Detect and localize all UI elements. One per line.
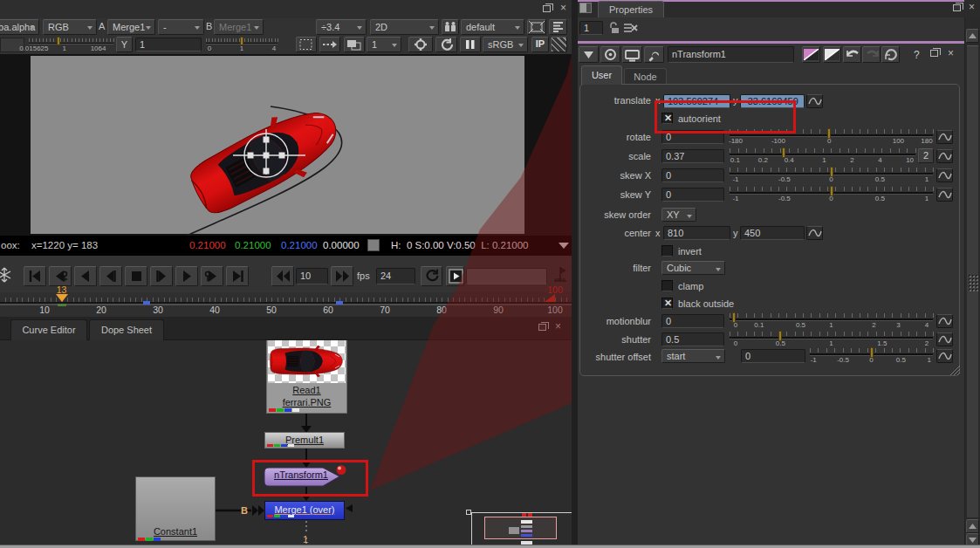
- fps-input[interactable]: 24: [376, 268, 415, 284]
- node-name-input[interactable]: nTransform1: [668, 46, 794, 63]
- input-process-button[interactable]: IP: [531, 37, 549, 52]
- graph-float-icon[interactable]: [538, 324, 546, 331]
- tab-user[interactable]: User: [581, 65, 622, 85]
- help-button[interactable]: ?: [914, 49, 920, 61]
- play-backward-button[interactable]: [74, 266, 97, 286]
- node-panel-float-icon[interactable]: [930, 50, 938, 57]
- wrench-button[interactable]: [644, 46, 664, 63]
- skew-y-slider[interactable]: -1-0.500.51: [730, 187, 933, 202]
- view-mode-dropdown[interactable]: 2D: [370, 19, 439, 35]
- float-panel-icon[interactable]: [543, 5, 551, 12]
- skew-y-input[interactable]: 0: [661, 188, 724, 202]
- stereo-camera-button[interactable]: [442, 19, 459, 35]
- node-read1[interactable]: Read1ferrari.PNG: [266, 340, 347, 414]
- node-graph[interactable]: Read1ferrari.PNGPremult1 nTransform1Merg…: [0, 340, 572, 545]
- node-merge1[interactable]: Merge1 (over): [264, 501, 345, 520]
- goto-start-button[interactable]: [24, 266, 46, 286]
- roi-button[interactable]: [296, 37, 317, 52]
- tab-curve-editor[interactable]: Curve Editor: [10, 319, 87, 340]
- refresh-button[interactable]: [435, 37, 457, 52]
- scale-input[interactable]: 0.37: [661, 149, 724, 163]
- pane-divider[interactable]: [572, 0, 578, 548]
- flipbook-button[interactable]: [446, 266, 464, 286]
- stop-button[interactable]: [125, 266, 147, 286]
- shutter-input[interactable]: 0.5: [661, 332, 724, 346]
- translate-anim-button[interactable]: [806, 94, 823, 108]
- shutter-offset-dropdown[interactable]: start: [661, 349, 725, 363]
- resize-grip[interactable]: [949, 365, 961, 375]
- play-forward-key-button[interactable]: [201, 266, 223, 286]
- skew-x-input[interactable]: 0: [661, 168, 724, 182]
- channel-mask-dropdown[interactable]: gba.alpha: [0, 19, 39, 35]
- play-button[interactable]: [175, 266, 198, 286]
- close-panel-icon[interactable]: ×: [560, 3, 566, 13]
- collapse-button[interactable]: [579, 46, 599, 63]
- step-back-button[interactable]: [99, 266, 122, 286]
- skew-order-dropdown[interactable]: XY: [661, 208, 696, 222]
- downrez-dropdown[interactable]: 1: [367, 37, 401, 52]
- properties-float-icon[interactable]: [953, 4, 961, 11]
- overlay-button[interactable]: [344, 37, 365, 52]
- stereo-view-dropdown[interactable]: default: [461, 19, 524, 35]
- gamma-input[interactable]: 1: [135, 38, 202, 51]
- skew-y-anim-button[interactable]: [936, 188, 953, 202]
- center-x-input[interactable]: 810: [663, 226, 730, 240]
- rotate-anim-button[interactable]: [936, 130, 953, 144]
- pixel-analyzer-button[interactable]: [408, 37, 433, 52]
- lock-icon[interactable]: [609, 22, 620, 34]
- tab-node[interactable]: Node: [624, 68, 667, 85]
- vertical-scrollbar[interactable]: [964, 17, 980, 548]
- motionblur-slider[interactable]: 00.10.51234: [730, 313, 933, 329]
- scrollbar-up-button-2[interactable]: [966, 519, 979, 533]
- frame-increment-input[interactable]: 10: [296, 268, 328, 284]
- display-channels-dropdown[interactable]: RGB: [43, 19, 97, 35]
- gl-color-swatch[interactable]: [823, 46, 841, 63]
- node-constant1[interactable]: Constant1: [135, 476, 216, 541]
- shutter-anim-button[interactable]: [936, 332, 953, 346]
- frame-increment-button[interactable]: [331, 266, 353, 286]
- viewer-gamma-slider[interactable]: 014: [206, 37, 278, 52]
- viewer-gain-slider[interactable]: 0.01562511064: [29, 37, 113, 52]
- skew-x-anim-button[interactable]: [936, 168, 953, 182]
- black-outside-checkbox[interactable]: ✕: [661, 298, 673, 309]
- shutter-offset-input[interactable]: 0: [741, 349, 805, 363]
- center-y-input[interactable]: 450: [740, 226, 805, 240]
- a-input-dropdown[interactable]: Merge1: [107, 19, 155, 35]
- redo-button[interactable]: [862, 46, 881, 63]
- zoom-level-dropdown[interactable]: ÷3.4: [316, 19, 367, 35]
- invert-checkbox[interactable]: [661, 245, 673, 257]
- revert-button[interactable]: [881, 46, 900, 63]
- scrollbar-up-button[interactable]: [966, 29, 979, 43]
- tab-properties[interactable]: Properties: [598, 1, 664, 17]
- play-backward-key-button[interactable]: [49, 266, 72, 286]
- layer-list-button[interactable]: [549, 19, 567, 35]
- clamp-checkbox[interactable]: [661, 280, 673, 291]
- graph-close-icon[interactable]: ×: [555, 321, 561, 332]
- tab-dope-sheet[interactable]: Dope Sheet: [89, 319, 164, 340]
- panel-count-input[interactable]: 1: [579, 21, 603, 35]
- gamma-button[interactable]: Y: [116, 37, 133, 52]
- filter-dropdown[interactable]: Cubic: [661, 261, 725, 275]
- undo-button[interactable]: [843, 46, 861, 63]
- motionblur-anim-button[interactable]: [936, 314, 953, 328]
- scale-dim-button[interactable]: 2: [918, 148, 934, 163]
- node-panel-close-icon[interactable]: ×: [948, 48, 954, 58]
- scale-anim-button[interactable]: [936, 149, 953, 163]
- node-premult1[interactable]: Premult1: [264, 432, 345, 449]
- shutter-slider[interactable]: 00.511.52: [730, 332, 933, 347]
- skew-x-slider[interactable]: -1-0.500.51: [730, 168, 933, 183]
- viewer-attach-button[interactable]: [622, 46, 642, 63]
- focus-button[interactable]: [600, 46, 620, 63]
- a-sub-dropdown[interactable]: -: [158, 19, 204, 35]
- loop-button[interactable]: [421, 266, 442, 286]
- pause-button[interactable]: [460, 37, 481, 52]
- frame-image-button[interactable]: [527, 19, 546, 35]
- goto-end-button[interactable]: [226, 266, 249, 286]
- timeline-ruler[interactable]: 10203040506070809010013100: [0, 292, 572, 317]
- proxy-button[interactable]: [319, 37, 340, 52]
- b-input-dropdown[interactable]: Merge1: [214, 19, 264, 35]
- pane-icon[interactable]: [579, 3, 592, 13]
- scale-slider[interactable]: 0.10.20.412410: [730, 148, 915, 164]
- step-forward-button[interactable]: [150, 266, 173, 286]
- frame-decrement-button[interactable]: [271, 266, 294, 286]
